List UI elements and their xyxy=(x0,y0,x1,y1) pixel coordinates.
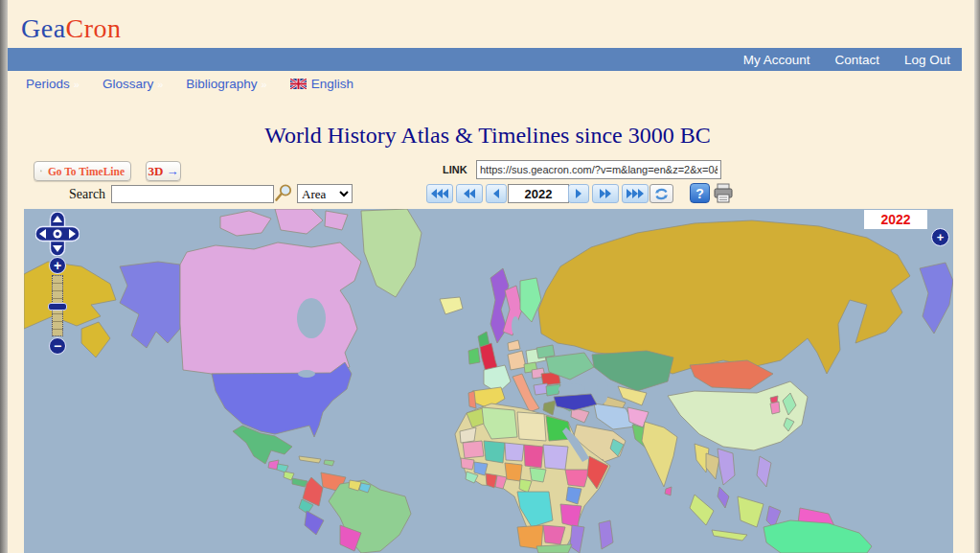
menu-bibliography[interactable]: Bibliography » xyxy=(186,77,266,91)
logo-part-blue: Gea xyxy=(21,13,66,43)
map-expand-button[interactable]: + xyxy=(931,228,949,246)
step-back-button[interactable] xyxy=(486,184,507,203)
window-edge-left xyxy=(0,0,8,553)
menu-periods[interactable]: Periods » xyxy=(26,77,80,91)
zoom-out-button[interactable]: − xyxy=(49,337,66,355)
main-menu: Periods » Glossary » Bibliography » Engl… xyxy=(26,77,353,91)
3d-view-button[interactable]: 3D → xyxy=(146,161,181,181)
fast-forward-button[interactable] xyxy=(622,184,649,203)
my-account-link[interactable]: My Account xyxy=(743,53,810,67)
help-button[interactable]: ? xyxy=(690,183,710,203)
window-edge-right xyxy=(974,0,980,553)
geacron-logo[interactable]: GeaCron xyxy=(21,13,122,44)
language-selector[interactable]: English xyxy=(290,77,353,91)
chevron-icon: » xyxy=(157,79,163,90)
language-label: English xyxy=(311,77,353,91)
area-select[interactable]: Area xyxy=(297,184,353,203)
logo-part-red: Cron xyxy=(66,13,122,43)
refresh-button[interactable] xyxy=(650,184,673,203)
search-input[interactable] xyxy=(111,185,274,203)
timeline-icon xyxy=(40,165,42,177)
zoom-slider-handle[interactable] xyxy=(48,303,67,311)
forward-button[interactable] xyxy=(592,184,619,203)
map-year-label: 2022 xyxy=(880,212,910,227)
help-label: ? xyxy=(695,186,704,201)
country-libya xyxy=(517,412,546,441)
country-sudan xyxy=(543,445,568,470)
fast-rewind-button[interactable] xyxy=(426,184,453,203)
account-bar: My Account Contact Log Out xyxy=(8,48,962,71)
year-input[interactable] xyxy=(508,184,569,203)
link-url-input[interactable] xyxy=(476,160,721,179)
uk-flag-icon xyxy=(290,79,307,89)
goto-timeline-button[interactable]: Go To TimeLine xyxy=(34,161,131,181)
zoom-out-label: − xyxy=(54,339,61,353)
double-left-arrow-icon xyxy=(463,188,476,199)
zoom-in-button[interactable]: + xyxy=(49,257,66,274)
triple-right-arrow-icon xyxy=(626,188,645,199)
link-label: LINK xyxy=(443,164,467,175)
map-expand-label: + xyxy=(937,231,945,243)
country-canada xyxy=(180,242,361,374)
contact-link[interactable]: Contact xyxy=(834,53,879,67)
search-icon[interactable] xyxy=(274,183,293,202)
chevron-icon: » xyxy=(74,79,80,90)
left-arrow-icon xyxy=(492,188,500,199)
refresh-icon xyxy=(654,188,669,200)
double-right-arrow-icon xyxy=(599,188,612,199)
menu-glossary-label: Glossary xyxy=(103,77,153,91)
chevron-icon: » xyxy=(262,79,267,90)
rewind-button[interactable] xyxy=(456,184,483,203)
page-title: World History Atlas & Timelines since 30… xyxy=(8,123,968,149)
zoom-in-label: + xyxy=(54,259,61,272)
goto-timeline-label: Go To TimeLine xyxy=(48,166,125,177)
world-map[interactable]: + − 2022 + xyxy=(24,209,953,553)
map-year-badge: 2022 xyxy=(864,210,927,229)
right-arrow-icon xyxy=(575,188,582,199)
step-forward-button[interactable] xyxy=(568,184,589,203)
3d-label: 3D xyxy=(148,164,164,179)
triple-left-arrow-icon xyxy=(430,188,449,199)
print-button[interactable] xyxy=(713,183,734,203)
menu-glossary[interactable]: Glossary » xyxy=(103,77,163,91)
geacron-app: GeaCron My Account Contact Log Out Perio… xyxy=(0,0,980,553)
menu-periods-label: Periods xyxy=(26,77,70,91)
pan-control[interactable] xyxy=(35,212,80,256)
menu-bibliography-label: Bibliography xyxy=(186,77,257,91)
search-label: Search xyxy=(69,187,105,202)
arrow-right-icon: → xyxy=(166,164,178,178)
logout-link[interactable]: Log Out xyxy=(904,53,950,67)
world-map-canvas xyxy=(24,209,953,553)
